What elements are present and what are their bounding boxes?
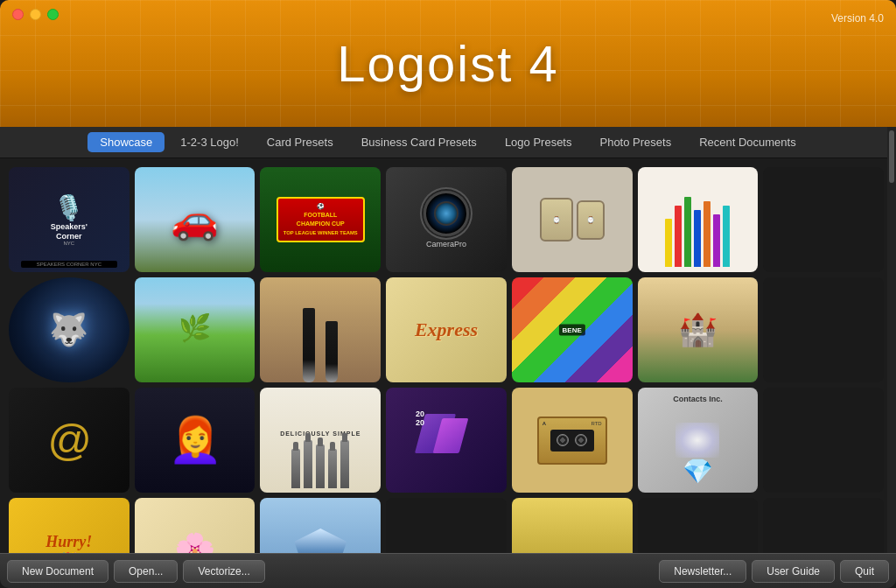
tile-wolf-circle[interactable]: 🐺 [9, 277, 130, 382]
minimize-button[interactable] [30, 9, 41, 20]
tile-football-cup[interactable]: ⚽FOOTBALLCHAMPION CUPTOP LEAGUE WINNER T… [260, 167, 381, 272]
pen-nib-1 [303, 308, 315, 382]
pencil-7 [723, 206, 730, 267]
pencil-5 [704, 201, 710, 267]
wine-bottle-row [291, 440, 349, 488]
pencil-6 [713, 214, 720, 267]
tile-rainbow-stripes[interactable]: BENE [512, 277, 633, 382]
stripe-label: BENE [559, 325, 585, 336]
tab-photo-presets[interactable]: Photo Presets [587, 132, 683, 152]
football-badge: ⚽FOOTBALLCHAMPION CUPTOP LEAGUE WINNER T… [276, 197, 365, 242]
tile-email-logo[interactable]: @ [9, 388, 130, 493]
tile-flower[interactable]: 🌸 [135, 498, 256, 553]
reel-right [575, 434, 587, 446]
gem-graphic [294, 528, 346, 553]
tile-wine-bottles[interactable]: DELICIOUSLY SIMPLE [260, 388, 381, 493]
tile-extra-r4c[interactable] [763, 498, 884, 553]
field-grass: 🌿 [135, 277, 256, 343]
tab-123logo[interactable]: 1-2-3 Logo! [168, 132, 251, 152]
cassette-body: A RTD [537, 416, 607, 465]
tile-extra-r3[interactable] [763, 388, 884, 493]
abstract-graphic: 2020 [411, 405, 481, 475]
speakers-title: Speakers'Corner [51, 222, 88, 242]
express-label: Express [415, 318, 478, 341]
contacts-gem [676, 423, 719, 458]
pencil-1 [665, 219, 672, 267]
tile-express[interactable]: Express [386, 277, 507, 382]
tile-contacts[interactable]: Contacts Inc. 💎 [638, 388, 759, 493]
contacts-label: Contacts Inc. [638, 395, 759, 403]
wine-title: DELICIOUSLY SIMPLE [280, 430, 360, 437]
quit-button[interactable]: Quit [840, 560, 889, 583]
tab-showcase[interactable]: Showcase [88, 132, 164, 152]
title-bar: Logoist 4 Version 4.0 [0, 0, 896, 127]
close-button[interactable] [12, 9, 24, 20]
watch-1: ⌚ [540, 198, 573, 242]
toolbar: New Document Open... Vectorize... Newsle… [0, 553, 896, 588]
cassette-window [550, 430, 594, 452]
bottle-2 [304, 440, 312, 488]
pencil-3 [684, 197, 691, 267]
tile-cassette[interactable]: A RTD [512, 388, 633, 493]
woman-icon: 👩‍🦰 [168, 415, 222, 466]
tile-extra-r4b[interactable] [638, 498, 759, 553]
camera-label: CameraPro [426, 240, 466, 248]
tile-extra-r1[interactable] [763, 167, 884, 272]
bottle-1 [291, 449, 300, 488]
tile-castle[interactable]: 🏰 [638, 277, 759, 382]
castle-icon: 🏰 [678, 312, 718, 348]
tile-watches[interactable]: ⌚ ⌚ [512, 167, 633, 272]
open-button[interactable]: Open... [114, 560, 178, 583]
user-guide-button[interactable]: User Guide [752, 560, 835, 583]
tile-abstract-shapes[interactable]: 2020 [386, 388, 507, 493]
stripe-graphic [512, 498, 633, 553]
camera-lens [424, 191, 469, 236]
maximize-button[interactable] [47, 9, 59, 20]
diamond-icon: 💎 [682, 457, 713, 486]
speakers-location: SPEAKERS CORNER NYC [21, 261, 117, 268]
pen-nib-2 [326, 321, 338, 382]
tab-logo-presets[interactable]: Logo Presets [493, 132, 584, 152]
tile-hurry[interactable]: Hurry! 🎉 [9, 498, 130, 553]
bottle-4 [328, 449, 337, 488]
wolf-figure: 🐺 [49, 312, 88, 348]
tile-extra-r2[interactable] [763, 277, 884, 382]
app-window: Logoist 4 Version 4.0 Showcase 1-2-3 Log… [0, 0, 896, 553]
nav-bar: Showcase 1-2-3 Logo! Card Presets Busine… [0, 127, 896, 158]
bottle-5 [340, 440, 349, 488]
new-document-button[interactable]: New Document [7, 560, 108, 583]
tile-green-field[interactable]: 🌿 [135, 277, 256, 382]
speakers-sub: NYC [64, 241, 75, 246]
tab-card-presets[interactable]: Card Presets [255, 132, 346, 152]
tile-speakers-corner[interactable]: 🎙️ Speakers'Corner NYC SPEAKERS CORNER N… [9, 167, 130, 272]
scrollbar-track[interactable] [887, 127, 896, 553]
pencil-2 [675, 206, 682, 267]
window-controls [12, 9, 59, 20]
tile-camera-pro[interactable]: CameraPro [386, 167, 507, 272]
tile-pen-nibs[interactable] [260, 277, 381, 382]
scrollbar-thumb[interactable] [889, 130, 894, 183]
tile-yellow-stripe[interactable] [512, 498, 633, 553]
newsletter-button[interactable]: Newsletter... [659, 560, 746, 583]
camera-inner-lens [434, 201, 458, 226]
tile-extra-r4a[interactable] [386, 498, 507, 553]
tile-yellow-car[interactable]: 🚗 [135, 167, 256, 272]
reel-left [556, 434, 569, 446]
vectorize-button[interactable]: Vectorize... [183, 560, 264, 583]
flower-icon: 🌸 [174, 531, 215, 553]
tile-woman-portrait[interactable]: 👩‍🦰 [135, 388, 256, 493]
at-symbol: @ [46, 418, 91, 462]
bottle-3 [316, 444, 325, 488]
car-icon: 🚗 [171, 197, 219, 242]
version-label: Version 4.0 [831, 12, 884, 24]
content-grid: 🎙️ Speakers'Corner NYC SPEAKERS CORNER N… [0, 158, 896, 553]
tile-pencils[interactable] [638, 167, 759, 272]
mic-icon: 🎙️ [53, 193, 84, 222]
tab-business-card-presets[interactable]: Business Card Presets [349, 132, 489, 152]
app-title: Logoist 4 [337, 34, 558, 93]
pencil-4 [694, 210, 701, 267]
tile-blue-gem[interactable] [260, 498, 381, 553]
tab-recent-documents[interactable]: Recent Documents [687, 132, 808, 152]
hurry-text: Hurry! [46, 533, 92, 551]
watch-2: ⌚ [577, 200, 605, 240]
